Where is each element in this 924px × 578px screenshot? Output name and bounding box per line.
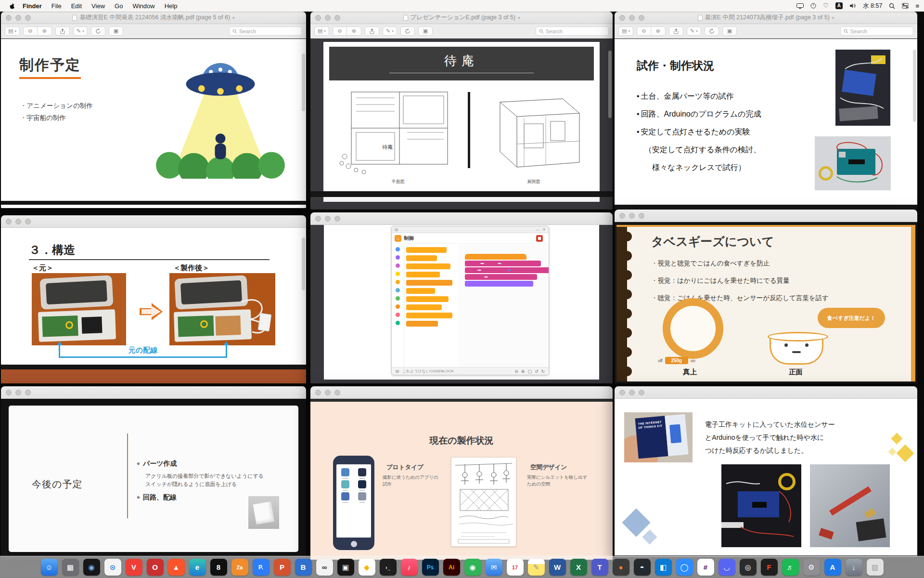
dock-icon-settings[interactable]: ⚙ bbox=[803, 559, 820, 576]
menu-clock[interactable]: 水 8:57 bbox=[863, 2, 882, 10]
title-bar[interactable]: 基演E 中間 2124073高橋瑠子.pdf (page 3 of 5)▾ bbox=[615, 12, 917, 24]
menu-item[interactable]: Go bbox=[115, 2, 123, 10]
apple-menu-icon[interactable] bbox=[9, 2, 15, 10]
title-bar[interactable]: 基礎演習E 中間発表 2124056 清水南帆.pdf (page 5 of 6… bbox=[1, 12, 306, 24]
dock-icon-powerpoint[interactable]: P bbox=[274, 559, 291, 576]
dock-icon-unity[interactable]: ▣ bbox=[337, 559, 354, 576]
volume-icon[interactable] bbox=[849, 3, 856, 9]
title-bar[interactable] bbox=[615, 210, 917, 222]
dock-icon-opera[interactable]: O bbox=[147, 559, 164, 576]
share-button[interactable] bbox=[365, 26, 379, 36]
search-field[interactable] bbox=[536, 26, 609, 36]
dock-icon-discord[interactable]: ◡ bbox=[719, 559, 735, 576]
zoom-button[interactable] bbox=[334, 15, 340, 21]
dock-icon-siri[interactable]: ◉ bbox=[83, 559, 100, 576]
zoom-button[interactable] bbox=[334, 390, 340, 395]
dock-icon-notes[interactable]: ✎ bbox=[528, 559, 545, 576]
dock-icon-illustrator[interactable]: Ai bbox=[443, 559, 460, 576]
dock-icon-pixelmator[interactable]: P. bbox=[253, 559, 270, 576]
menu-item[interactable]: File bbox=[51, 2, 62, 10]
title-bar[interactable] bbox=[615, 386, 917, 399]
dock-icon-brave[interactable]: ▲ bbox=[168, 559, 185, 576]
dock-icon-mission-control[interactable]: ▦ bbox=[62, 559, 79, 576]
zoom-in-button[interactable]: ⊕ bbox=[38, 26, 52, 36]
title-bar[interactable] bbox=[1, 386, 306, 399]
close-button[interactable] bbox=[6, 219, 12, 224]
sidebar-toggle-button[interactable]: ▤▾ bbox=[314, 26, 329, 36]
zoom-in-button[interactable]: ⊕ bbox=[347, 26, 361, 36]
rotate-button[interactable] bbox=[91, 26, 105, 36]
menu-item[interactable]: View bbox=[91, 2, 105, 10]
share-button[interactable] bbox=[669, 26, 683, 36]
crop-button[interactable]: ▣ bbox=[418, 26, 433, 36]
dock-icon-terminal[interactable]: ›_ bbox=[380, 559, 397, 576]
dock-icon-photoshop[interactable]: Ps bbox=[422, 559, 439, 576]
sidebar-toggle-button[interactable]: ▤▾ bbox=[5, 26, 20, 36]
dock-icon-teams[interactable]: T bbox=[591, 559, 608, 576]
dock-icon-blender[interactable]: ● bbox=[613, 559, 629, 576]
menu-item[interactable]: Help bbox=[165, 2, 178, 10]
control-center-icon[interactable] bbox=[902, 3, 909, 9]
title-bar[interactable] bbox=[1, 215, 306, 228]
input-source-badge[interactable]: A bbox=[835, 2, 843, 9]
close-button[interactable] bbox=[315, 390, 321, 395]
dock-icon-safari[interactable]: ⊙ bbox=[104, 559, 121, 576]
share-button[interactable] bbox=[55, 26, 70, 36]
menu-item[interactable]: Edit bbox=[71, 2, 82, 10]
dock-icon-trash[interactable]: ▥ bbox=[867, 559, 884, 576]
dock-icon-spotify[interactable]: ♬ bbox=[782, 559, 799, 576]
vertical-scrollbar[interactable] bbox=[302, 53, 305, 111]
minimize-button[interactable] bbox=[15, 219, 21, 224]
title-bar[interactable]: プレゼンテーションE.pdf (page 3 of 5)▾ bbox=[310, 12, 613, 24]
markup-button[interactable]: ✎▾ bbox=[73, 26, 88, 36]
close-button[interactable] bbox=[6, 390, 12, 395]
menu-item[interactable]: Window bbox=[132, 2, 154, 10]
dock-icon-zoom[interactable]: ◯ bbox=[676, 559, 693, 576]
title-bar[interactable] bbox=[310, 212, 613, 225]
search-input[interactable] bbox=[546, 28, 605, 34]
heart-icon[interactable]: ♡ bbox=[823, 3, 829, 9]
dock-icon-app-store[interactable]: A bbox=[824, 559, 841, 576]
minimize-button[interactable] bbox=[629, 213, 635, 219]
close-button[interactable] bbox=[619, 390, 625, 395]
dock-icon-zepp[interactable]: Za bbox=[231, 559, 248, 576]
markup-button[interactable]: ✎▾ bbox=[383, 26, 397, 36]
crop-button[interactable]: ▣ bbox=[109, 26, 123, 36]
zoom-button[interactable] bbox=[334, 216, 340, 222]
close-button[interactable] bbox=[6, 15, 12, 21]
close-button[interactable] bbox=[619, 213, 625, 219]
dock-icon-figma[interactable]: F bbox=[761, 559, 778, 576]
vertical-scrollbar[interactable] bbox=[913, 50, 916, 122]
zoom-in-button[interactable]: ⊕ bbox=[651, 26, 666, 36]
dock-icon-obs[interactable]: ◎ bbox=[740, 559, 757, 576]
dock-icon-music[interactable]: ♪ bbox=[401, 559, 418, 576]
sidebar-toggle-button[interactable]: ▤▾ bbox=[618, 26, 633, 36]
minimize-button[interactable] bbox=[629, 15, 635, 21]
close-button[interactable] bbox=[315, 216, 321, 222]
vertical-scrollbar[interactable] bbox=[608, 51, 612, 118]
dock-icon-eight-ball[interactable]: 8 bbox=[210, 559, 227, 576]
search-field[interactable] bbox=[229, 26, 302, 36]
zoom-button[interactable] bbox=[639, 15, 644, 21]
dock-icon-bear[interactable]: B bbox=[295, 559, 312, 576]
timer-icon[interactable] bbox=[810, 3, 816, 9]
screen-mirroring-icon[interactable] bbox=[796, 3, 804, 9]
active-app-name[interactable]: Finder bbox=[23, 2, 42, 10]
close-button[interactable] bbox=[315, 15, 321, 21]
dock-icon-mail[interactable]: ✉ bbox=[486, 559, 502, 576]
minimize-button[interactable] bbox=[325, 15, 331, 21]
close-button[interactable] bbox=[619, 15, 625, 21]
minimize-button[interactable] bbox=[325, 216, 331, 222]
dock-icon-word[interactable]: W bbox=[549, 559, 566, 576]
dock-icon-vscode[interactable]: ◧ bbox=[655, 559, 672, 576]
dock-icon-finder[interactable]: ☺ bbox=[41, 559, 58, 576]
vertical-scrollbar[interactable] bbox=[302, 237, 305, 290]
zoom-button[interactable] bbox=[25, 390, 31, 395]
dock-icon-loop[interactable]: ∞ bbox=[316, 559, 333, 576]
dock-icon-sketch[interactable]: ◆ bbox=[359, 559, 375, 576]
dock-icon-github[interactable]: ◓ bbox=[634, 559, 651, 576]
zoom-out-button[interactable]: ⊖ bbox=[637, 26, 651, 36]
dock-icon-slack[interactable]: # bbox=[697, 559, 714, 576]
dock-icon-camera[interactable]: ◉ bbox=[464, 559, 481, 576]
search-field[interactable] bbox=[840, 26, 913, 36]
